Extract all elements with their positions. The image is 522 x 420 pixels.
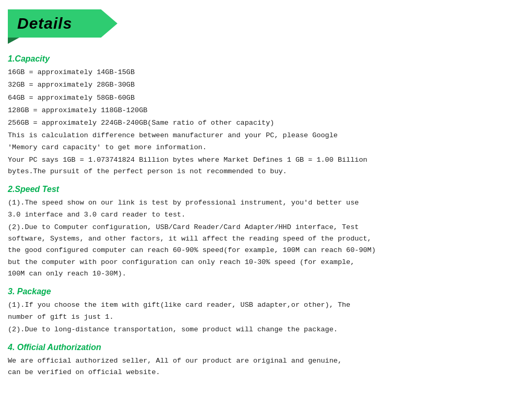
paragraph: 256GB = approximately 224GB-240GB(Same r… <box>8 117 514 129</box>
paragraph: This is calculation difference between m… <box>8 130 514 153</box>
paragraph: (2).Due to long-distance transportation,… <box>8 324 514 335</box>
paragraph: We are official authorized seller, All o… <box>8 355 514 379</box>
section-body-official-authorization: We are official authorized seller, All o… <box>8 355 514 379</box>
section-official-authorization: 4. Official AuthorizationWe are official… <box>8 343 514 379</box>
paragraph: (2).Due to Computer configuration, USB/C… <box>8 222 514 280</box>
section-heading-official-authorization: 4. Official Authorization <box>8 343 514 352</box>
details-banner: Details <box>8 9 117 38</box>
page-wrapper: Details 1.Capacity16GB = approximately 1… <box>0 0 522 420</box>
section-heading-capacity: 1.Capacity <box>8 54 514 64</box>
paragraph: Your PC says 1GB = 1.073741824 Billion b… <box>8 154 514 178</box>
section-body-speed-test: (1).The speed show on our link is test b… <box>8 197 514 280</box>
section-body-capacity: 16GB = approximately 14GB-15GB32GB = app… <box>8 67 514 177</box>
banner-shape: Details <box>8 9 117 38</box>
section-package: 3. Package(1).If you choose the item wit… <box>8 287 514 335</box>
section-heading-package: 3. Package <box>8 287 514 296</box>
section-heading-speed-test: 2.Speed Test <box>8 185 514 194</box>
paragraph: 64GB = approximately 58GB-60GB <box>8 92 514 104</box>
paragraph: 16GB = approximately 14GB-15GB <box>8 67 514 78</box>
paragraph: 32GB = approximately 28GB-30GB <box>8 79 514 91</box>
paragraph: (1).If you choose the item with gift(lik… <box>8 299 514 323</box>
section-speed-test: 2.Speed Test(1).The speed show on our li… <box>8 185 514 280</box>
banner-text: Details <box>17 15 72 32</box>
paragraph: 128GB = approximately 118GB-120GB <box>8 105 514 116</box>
banner-triangle <box>8 38 19 44</box>
section-body-package: (1).If you choose the item with gift(lik… <box>8 299 514 335</box>
paragraph: (1).The speed show on our link is test b… <box>8 197 514 221</box>
sections-container: 1.Capacity16GB = approximately 14GB-15GB… <box>8 54 514 379</box>
section-capacity: 1.Capacity16GB = approximately 14GB-15GB… <box>8 54 514 177</box>
